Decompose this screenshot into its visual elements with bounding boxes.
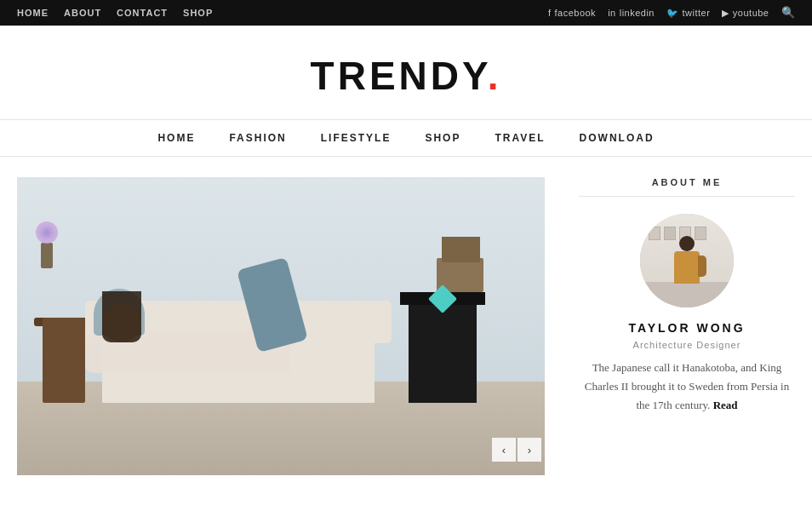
vase (41, 243, 53, 268)
nav-contact[interactable]: CONTACT (117, 8, 168, 18)
about-me-title: ABOUT ME (579, 177, 795, 197)
person-hair (102, 291, 141, 342)
twitter-link[interactable]: 🐦 twitter (666, 8, 710, 19)
sidebar-bio: The Japanese call it Hanakotoba, and Kin… (579, 359, 795, 415)
read-more-link[interactable]: Read (713, 399, 738, 411)
top-nav: HOME ABOUT CONTACT SHOP (17, 8, 213, 18)
main-nav-home[interactable]: HOME (157, 132, 195, 144)
bio-text: The Japanese call it Hanakotoba, and Kin… (585, 361, 789, 411)
linkedin-icon: in (608, 8, 616, 18)
main-nav-shop[interactable]: SHOP (425, 132, 460, 144)
content-area: ‹ › ABOUT ME (0, 177, 812, 475)
avatar-body (674, 251, 700, 284)
stool (43, 318, 85, 403)
flower (36, 221, 58, 244)
main-nav-fashion[interactable]: FASHION (229, 132, 286, 144)
person-figure (85, 279, 323, 399)
facebook-link[interactable]: f facebook (548, 8, 596, 18)
twitter-label: twitter (683, 8, 711, 18)
box2 (442, 237, 480, 262)
main-nav-download[interactable]: DOWNLOAD (580, 132, 655, 144)
youtube-link[interactable]: ▶ youtube (722, 8, 769, 19)
youtube-label: youtube (733, 8, 769, 18)
avatar-person (674, 236, 700, 284)
sidebar-role: Architecture Designer (579, 340, 795, 350)
nav-home[interactable]: HOME (17, 8, 49, 18)
facebook-icon: f (548, 8, 552, 18)
linkedin-link[interactable]: in linkedin (608, 8, 655, 18)
nav-about[interactable]: ABOUT (64, 8, 101, 18)
pic1 (649, 227, 660, 240)
logo-dot: . (488, 54, 502, 98)
sidebar: ABOUT ME (545, 177, 795, 475)
main-nav: HOME FASHION LIFESTYLE SHOP TRAVEL DOWNL… (0, 119, 812, 157)
avatar (640, 214, 734, 307)
twitter-icon: 🐦 (666, 8, 679, 19)
search-icon[interactable]: 🔍 (781, 6, 796, 20)
nav-shop[interactable]: SHOP (183, 8, 213, 18)
hero-image (17, 177, 545, 475)
bag (698, 256, 706, 277)
avatar-head (679, 236, 695, 251)
facebook-label: facebook (554, 8, 596, 18)
avatar-scene (640, 214, 734, 307)
about-me-section: ABOUT ME (579, 177, 795, 415)
main-nav-lifestyle[interactable]: LIFESTYLE (321, 132, 392, 144)
top-bar: HOME ABOUT CONTACT SHOP f facebook in li… (0, 0, 812, 26)
logo-area: TRENDY. (0, 26, 812, 119)
main-column: ‹ › (17, 177, 545, 475)
site-logo[interactable]: TRENDY. (0, 53, 812, 99)
slider-next-button[interactable]: › (518, 438, 541, 462)
youtube-icon: ▶ (722, 8, 729, 19)
avatar-wrap (579, 214, 795, 307)
logo-text: TRENDY (311, 54, 488, 98)
linkedin-label: linkedin (620, 8, 655, 18)
slider-prev-button[interactable]: ‹ (492, 438, 516, 462)
social-links: f facebook in linkedin 🐦 twitter ▶ youtu… (548, 6, 795, 20)
hero-slider: ‹ › (17, 177, 545, 475)
sidebar-name: TAYLOR WONG (579, 321, 795, 335)
main-nav-travel[interactable]: TRAVEL (495, 132, 545, 144)
avatar-floor (640, 282, 734, 307)
